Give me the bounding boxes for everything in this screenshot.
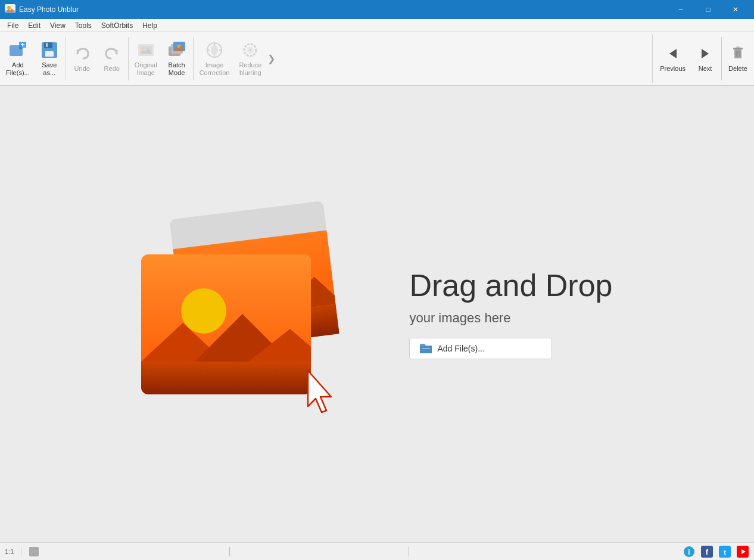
drop-illustration: [141, 204, 373, 424]
toolbar-scroll: ❯: [266, 35, 276, 83]
status-center-dividers: [39, 547, 683, 556]
next-label: Next: [699, 65, 712, 73]
redo-label: Redo: [104, 65, 120, 73]
image-correction-button[interactable]: Image Correction: [195, 35, 235, 83]
status-bar: 1:1 i f t: [0, 542, 754, 560]
drop-text-area: Drag and Drop your images here Add File(…: [409, 269, 612, 359]
title-bar: Easy Photo Unblur – □ ✕: [0, 0, 754, 19]
delete-label: Delete: [728, 65, 747, 73]
drop-area: Drag and Drop your images here Add File(…: [141, 204, 612, 424]
svg-point-2: [7, 6, 11, 10]
previous-label: Previous: [660, 65, 686, 73]
svg-rect-53: [422, 348, 430, 349]
add-files-button[interactable]: Add File(s)...: [1, 35, 35, 83]
undo-button[interactable]: Undo: [67, 35, 97, 83]
svg-point-47: [181, 288, 226, 334]
next-button[interactable]: Next: [690, 35, 720, 83]
svg-rect-36: [736, 46, 740, 48]
svg-rect-12: [46, 43, 48, 47]
info-button[interactable]: i: [683, 545, 696, 558]
zoom-icon: [29, 546, 39, 557]
cursor-arrow: [305, 368, 347, 418]
toolbar: Add File(s)... Save as... Undo: [0, 32, 754, 86]
svg-marker-52: [308, 371, 331, 412]
zoom-level: 1:1: [5, 548, 14, 555]
original-image-label: Original Image: [135, 61, 157, 77]
menu-softorbits[interactable]: SoftOrbits: [96, 20, 138, 31]
front-card: [141, 254, 311, 394]
menu-edit[interactable]: Edit: [23, 20, 45, 31]
batch-mode-label: Batch Mode: [169, 61, 185, 77]
save-as-button[interactable]: Save as...: [35, 35, 64, 83]
delete-icon: [728, 44, 747, 63]
batch-mode-icon: [167, 41, 186, 60]
twitter-button[interactable]: t: [718, 545, 731, 558]
menu-view[interactable]: View: [45, 20, 70, 31]
menu-tools[interactable]: Tools: [70, 20, 96, 31]
svg-point-31: [249, 49, 251, 51]
batch-mode-button[interactable]: Batch Mode: [162, 35, 192, 83]
redo-icon: [102, 44, 121, 63]
svg-point-17: [142, 47, 144, 49]
redo-button[interactable]: Redo: [97, 35, 127, 83]
svg-rect-54: [29, 547, 39, 556]
image-correction-label: Image Correction: [200, 61, 230, 77]
svg-text:i: i: [688, 548, 690, 556]
undo-label: Undo: [74, 65, 90, 73]
status-right: i f t: [683, 545, 749, 558]
maximize-button[interactable]: □: [694, 0, 722, 19]
svg-marker-33: [702, 49, 709, 58]
next-icon: [696, 44, 715, 63]
folder-icon: [419, 343, 432, 354]
original-image-icon: [136, 41, 155, 60]
image-correction-icon: [205, 41, 224, 60]
add-files-label: Add File(s)...: [6, 61, 30, 77]
previous-button[interactable]: Previous: [655, 35, 690, 83]
delete-button[interactable]: Delete: [723, 35, 753, 83]
status-left: 1:1: [5, 546, 39, 557]
add-files-icon: [8, 41, 27, 60]
menu-bar: File Edit View Tools SoftOrbits Help: [0, 19, 754, 32]
svg-rect-10: [44, 42, 52, 48]
add-files-main-button[interactable]: Add File(s)...: [409, 338, 552, 359]
original-image-button[interactable]: Original Image: [130, 35, 162, 83]
previous-icon: [663, 44, 683, 63]
reduce-blurring-label: Reduce blurring: [239, 61, 261, 77]
undo-icon: [73, 44, 92, 63]
youtube-button[interactable]: [736, 545, 749, 558]
svg-rect-11: [45, 51, 54, 57]
close-button[interactable]: ✕: [722, 0, 749, 19]
minimize-button[interactable]: –: [667, 0, 694, 19]
svg-marker-32: [669, 49, 677, 58]
svg-rect-51: [141, 362, 311, 394]
drag-drop-subtitle: your images here: [409, 310, 612, 326]
add-files-main-label: Add File(s)...: [437, 344, 484, 353]
svg-text:f: f: [706, 547, 709, 556]
reduce-blurring-button[interactable]: Reduce blurring: [234, 35, 266, 83]
svg-text:t: t: [724, 549, 726, 556]
menu-help[interactable]: Help: [138, 20, 162, 31]
reduce-blurring-icon: [241, 41, 260, 60]
facebook-button[interactable]: f: [700, 545, 714, 558]
drag-drop-title: Drag and Drop: [409, 269, 612, 303]
app-title: Easy Photo Unblur: [19, 5, 667, 14]
save-as-label: Save as...: [42, 61, 57, 77]
save-icon: [40, 41, 59, 60]
window-controls: – □ ✕: [667, 0, 749, 19]
main-content: Drag and Drop your images here Add File(…: [0, 86, 754, 542]
menu-file[interactable]: File: [2, 20, 23, 31]
toolbar-right: Previous Next: [652, 35, 753, 83]
app-icon: [5, 4, 15, 15]
